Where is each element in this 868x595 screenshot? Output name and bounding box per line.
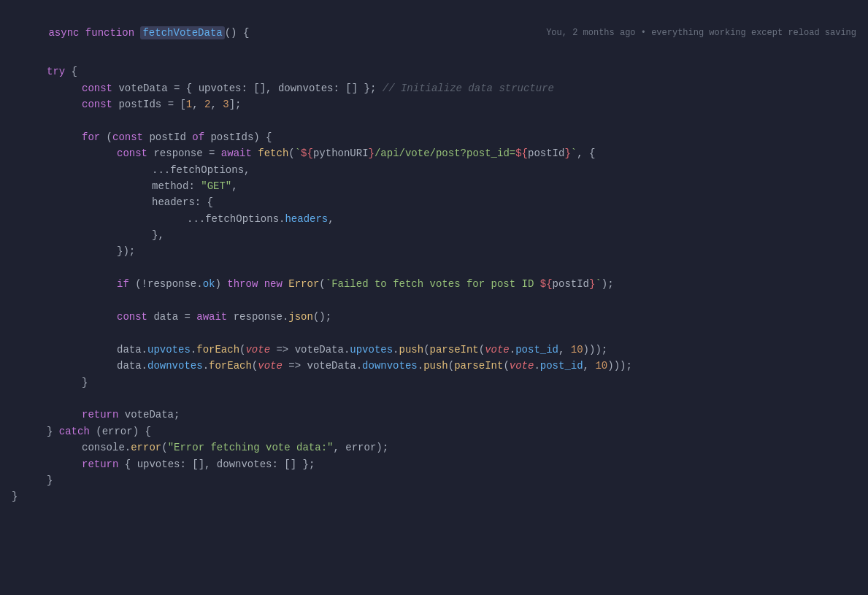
fetch-close-line: }); xyxy=(0,243,868,259)
git-blame-text: You, 2 months ago • everything working e… xyxy=(546,26,856,40)
try-keyword: try xyxy=(47,64,65,80)
empty-line-1 xyxy=(0,112,868,128)
try-line: try { xyxy=(0,64,868,80)
console-error-line: console.error("Error fetching vote data:… xyxy=(0,439,868,456)
empty-line-4 xyxy=(0,325,868,341)
return-empty-line: return { upvotes: [], downvotes: [] }; xyxy=(0,456,868,472)
empty-line-2 xyxy=(0,260,868,276)
if-response-line: if (!response.ok) throw new Error(`Faile… xyxy=(0,276,868,292)
spread-fetch-line: ...fetchOptions, xyxy=(0,162,868,178)
code-editor: async function fetchVoteData() { You, 2 … xyxy=(0,0,868,595)
upvotes-foreach-line: data.upvotes.forEach(vote => voteData.up… xyxy=(0,342,868,358)
empty-line-3 xyxy=(0,293,868,309)
headers-open-line: headers: { xyxy=(0,194,868,210)
spread-headers-line: ...fetchOptions.headers, xyxy=(0,211,868,227)
return-votedata-line: return voteData; xyxy=(0,407,868,423)
for-loop-line: for (const postId of postIds) { xyxy=(0,129,868,145)
const-response-line: const response = await fetch(`${pythonUR… xyxy=(0,145,868,161)
function-close-line: } xyxy=(0,488,868,504)
empty-line-5 xyxy=(0,391,868,407)
catch-close-line: } xyxy=(0,472,868,488)
const-votedata-line: const voteData = { upvotes: [], downvote… xyxy=(0,80,868,96)
catch-open-line: } catch (error) { xyxy=(0,423,868,439)
function-declaration-line: async function fetchVoteData() { You, 2 … xyxy=(0,6,868,61)
headers-close-line: }, xyxy=(0,227,868,243)
const-postids-line: const postIds = [1, 2, 3]; xyxy=(0,96,868,112)
const-data-line: const data = await response.json(); xyxy=(0,309,868,325)
for-close-line: } xyxy=(0,375,868,391)
async-keyword: async function fetchVoteData() { xyxy=(12,9,249,58)
method-line: method: "GET", xyxy=(0,178,868,194)
downvotes-foreach-line: data.downvotes.forEach(vote => voteData.… xyxy=(0,358,868,374)
